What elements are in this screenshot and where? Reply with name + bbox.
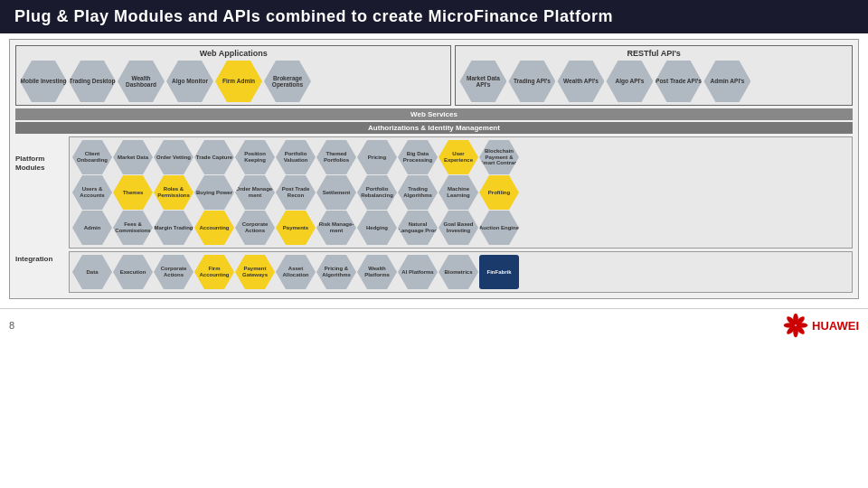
hex-execution: Execution — [113, 255, 153, 289]
restful-hex-row: Market Data API's Trading API's Wealth A… — [459, 61, 848, 102]
restful-section: RESTful API's Market Data API's Trading … — [455, 45, 853, 106]
hex-profiling: Profiling — [479, 175, 519, 210]
hex-risk-management: Risk Manage-ment — [316, 211, 356, 245]
platform-row2: Users & Accounts Themes Roles & Permissi… — [72, 175, 849, 210]
hex-hedging: Hedging — [357, 211, 397, 245]
hex-payments: Payments — [276, 211, 316, 245]
integration-section: Data Execution Corporate Actions Firm Ac… — [69, 251, 853, 293]
hex-corp-actions-i: Corporate Actions — [154, 255, 193, 289]
hex-fees-commissions: Fees & Commissions — [113, 211, 153, 245]
platform-section: Client Onboarding Market Data Order Vett… — [69, 136, 853, 249]
page-number: 8 — [9, 320, 14, 331]
web-apps-label: Web Applications — [20, 49, 447, 58]
hex-admin-api: Admin API's — [703, 61, 750, 102]
hex-settlement: Settlement — [316, 175, 356, 210]
hex-blockchain: Blockchain Payment & Smart Contract — [479, 140, 519, 174]
hex-firm-accounting: Firm Accounting — [194, 255, 234, 289]
platform-row1: Client Onboarding Market Data Order Vett… — [72, 140, 849, 174]
hex-wealth-platforms: Wealth Platforms — [357, 255, 397, 289]
hex-firm-admin: Firm Admin — [215, 61, 262, 102]
hex-pricing-algorithms: Pricing & Algorithms — [316, 255, 356, 289]
huawei-flower-icon — [783, 313, 808, 338]
hex-position-keeping: Position Keeping — [235, 140, 275, 174]
hex-goal-based: Goal Based Investing — [439, 211, 478, 245]
hex-wealth-dashboard: Wealth Dashboard — [118, 61, 165, 102]
hex-trading-desktop: Trading Desktop — [69, 61, 116, 102]
hex-themes: Themes — [113, 175, 153, 210]
diagram-container: Web Applications Mobile Investing Tradin… — [9, 39, 859, 299]
footer: 8 HUAWEI — [0, 308, 868, 340]
hex-trading-algorithms: Trading Algorithms — [398, 175, 438, 210]
hex-mobile-investing: Mobile Investing — [20, 61, 67, 102]
main-content: Web Applications Mobile Investing Tradin… — [0, 33, 868, 305]
hex-trade-capture: Trade Capture — [194, 140, 234, 174]
hex-portfolio-valuation: Portfolio Valuation — [276, 140, 316, 174]
hex-auction-engine: Auction Engine — [479, 211, 519, 245]
hex-nlp: Natural Language Proc — [398, 211, 438, 245]
hex-asset-allocation: Asset Allocation — [276, 255, 316, 289]
hex-algo-monitor: Algo Monitor — [166, 61, 213, 102]
hex-buying-power: Buying Power — [194, 175, 234, 210]
hex-users-accounts: Users & Accounts — [72, 175, 112, 210]
hex-corporate-actions-p: Corporate Actions — [235, 211, 275, 245]
platform-label: Platform Modules — [15, 155, 65, 172]
hex-wealth-api: Wealth API's — [557, 61, 604, 102]
hex-ai-platforms: AI Platforms — [398, 255, 438, 289]
integration-label: Integration — [15, 255, 65, 264]
huawei-logo: HUAWEI — [783, 313, 859, 338]
integration-row: Data Execution Corporate Actions Firm Ac… — [72, 255, 849, 289]
hex-machine-learning: Machine Learning — [439, 175, 478, 210]
hex-brokerage-ops: Brokerage Operations — [264, 61, 311, 102]
hex-market-data-api: Market Data API's — [459, 61, 506, 102]
hex-pricing: Pricing — [357, 140, 397, 174]
hex-roles-permissions: Roles & Permissions — [154, 175, 193, 210]
top-sections: Web Applications Mobile Investing Tradin… — [15, 45, 853, 106]
hex-order-vetting: Order Vetting — [154, 140, 193, 174]
hex-algo-api: Algo API's — [606, 61, 653, 102]
hex-margin-trading: Margin Trading — [154, 211, 193, 245]
auth-bar: Authorizations & Identity Management — [15, 122, 853, 134]
hex-order-management: Order Manage-ment — [235, 175, 275, 210]
hex-user-experience: User Experience — [439, 140, 478, 174]
hex-payment-gateways: Payment Gateways — [235, 255, 275, 289]
hex-data: Data — [72, 255, 112, 289]
hex-big-data: Big Data Processing — [398, 140, 438, 174]
title-text: Plug & Play Modules and APIs combined to… — [14, 7, 613, 25]
restful-label: RESTful API's — [459, 49, 848, 58]
hex-post-trade-recon: Post Trade Recon — [276, 175, 316, 210]
web-apps-hex-row: Mobile Investing Trading Desktop Wealth … — [20, 61, 447, 102]
hex-admin: Admin — [72, 211, 112, 245]
huawei-text: HUAWEI — [812, 319, 859, 333]
hex-client-onboarding: Client Onboarding — [72, 140, 112, 174]
finfabrik-logo: FinFabrik — [479, 255, 519, 289]
web-apps-section: Web Applications Mobile Investing Tradin… — [15, 45, 451, 106]
hex-themed-portfolios: Themed Portfolios — [316, 140, 356, 174]
hex-post-trade-api: Post Trade API's — [655, 61, 702, 102]
hex-portfolio-rebalancing: Portfolio Rebalancing — [357, 175, 397, 210]
hex-trading-api: Trading API's — [508, 61, 555, 102]
platform-row3: Admin Fees & Commissions Margin Trading … — [72, 211, 849, 245]
hex-market-data: Market Data — [113, 140, 153, 174]
page-title: Plug & Play Modules and APIs combined to… — [0, 0, 868, 33]
page-wrapper: Plug & Play Modules and APIs combined to… — [0, 0, 868, 340]
hex-biometrics: Biometrics — [439, 255, 478, 289]
web-services-bar: Web Services — [15, 108, 853, 120]
hex-accounting: Accounting — [194, 211, 234, 245]
